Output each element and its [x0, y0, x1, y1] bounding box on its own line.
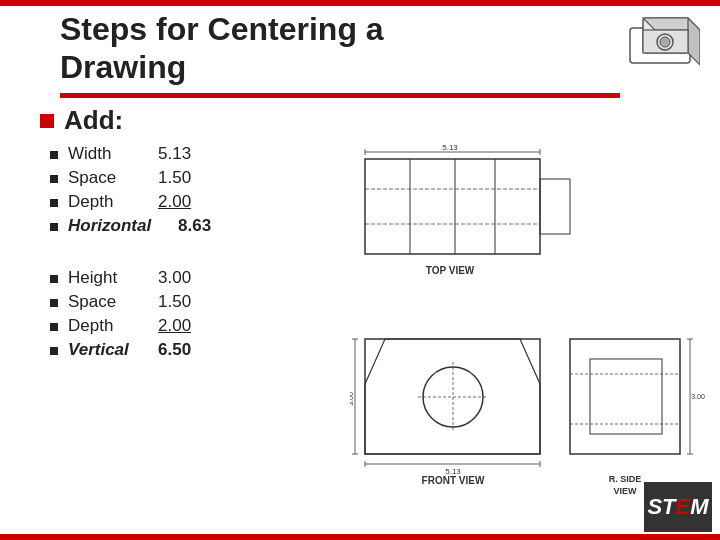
title-line2: Drawing	[60, 49, 186, 85]
stem-e-letter: E	[676, 494, 691, 519]
stem-logo-text: STEM	[647, 494, 708, 520]
list-item: Space 1.50	[40, 168, 350, 188]
title-section: Steps for Centering a Drawing	[60, 10, 620, 98]
item-label-vertical: Vertical	[68, 340, 158, 360]
item-value-vertical: 6.50	[158, 340, 208, 360]
svg-text:VIEW: VIEW	[613, 486, 637, 496]
item-label-space2: Space	[68, 292, 158, 312]
list-item: Height 3.00	[40, 268, 350, 288]
svg-rect-29	[570, 339, 680, 454]
list-item: Depth 2.00	[40, 316, 350, 336]
slide: Steps for Centering a Drawing Add: Width…	[0, 0, 720, 540]
3d-icon	[625, 10, 700, 75]
item-group-1: Width 5.13 Space 1.50 Depth 2.00	[40, 144, 350, 236]
drawing-area: 5.13 TOP VIEW	[350, 144, 720, 514]
svg-rect-30	[590, 359, 662, 434]
bottom-bar	[0, 534, 720, 540]
list-item: Depth 2.00	[40, 192, 350, 212]
svg-point-6	[660, 37, 670, 47]
bullet-icon	[50, 223, 58, 231]
item-value-depth2: 2.00	[158, 316, 208, 336]
item-value-depth1: 2.00	[158, 192, 208, 212]
bullet-icon	[50, 151, 58, 159]
svg-text:TOP VIEW: TOP VIEW	[426, 265, 475, 276]
svg-rect-19	[365, 339, 540, 454]
add-header: Add:	[40, 105, 710, 136]
right-column: 5.13 TOP VIEW	[350, 144, 720, 514]
item-label-space1: Space	[68, 168, 158, 188]
item-label-width: Width	[68, 144, 158, 164]
svg-text:5.13: 5.13	[442, 144, 458, 152]
list-item: Horizontal 8.63	[40, 216, 350, 236]
list-item: Width 5.13	[40, 144, 350, 164]
svg-rect-13	[540, 179, 570, 234]
item-value-height: 3.00	[158, 268, 208, 288]
svg-text:3.00: 3.00	[350, 392, 354, 406]
item-label-height: Height	[68, 268, 158, 288]
engineering-drawing: 5.13 TOP VIEW	[350, 144, 720, 504]
item-label-depth1: Depth	[68, 192, 158, 212]
bullet-icon	[50, 275, 58, 283]
stem-logo: STEM	[644, 482, 712, 532]
title-underline	[60, 93, 620, 98]
bullet-icon	[50, 299, 58, 307]
title-line1: Steps for Centering a	[60, 11, 384, 47]
item-label-horizontal: Horizontal	[68, 216, 178, 236]
item-value-space1: 1.50	[158, 168, 208, 188]
list-item: Space 1.50	[40, 292, 350, 312]
list-item: Vertical 6.50	[40, 340, 350, 360]
top-bar	[0, 0, 720, 6]
svg-text:3.00: 3.00	[691, 393, 705, 400]
svg-rect-7	[365, 159, 540, 254]
add-bullet	[40, 114, 54, 128]
svg-marker-20	[365, 339, 540, 454]
item-value-horizontal: 8.63	[178, 216, 228, 236]
svg-text:R. SIDE: R. SIDE	[609, 474, 642, 484]
svg-text:5.13: 5.13	[445, 467, 461, 476]
bullet-icon	[50, 199, 58, 207]
two-column-layout: Width 5.13 Space 1.50 Depth 2.00	[40, 144, 710, 514]
bullet-icon	[50, 175, 58, 183]
item-value-space2: 1.50	[158, 292, 208, 312]
item-value-width: 5.13	[158, 144, 208, 164]
item-label-depth2: Depth	[68, 316, 158, 336]
bullet-icon	[50, 323, 58, 331]
left-column: Width 5.13 Space 1.50 Depth 2.00	[40, 144, 350, 514]
item-group-2: Height 3.00 Space 1.50 Depth 2.00	[40, 268, 350, 360]
bullet-icon	[50, 347, 58, 355]
svg-text:FRONT VIEW: FRONT VIEW	[422, 475, 485, 486]
add-label: Add:	[64, 105, 123, 136]
content: Add: Width 5.13 Space 1.50	[40, 105, 710, 510]
title-text: Steps for Centering a Drawing	[60, 10, 620, 87]
